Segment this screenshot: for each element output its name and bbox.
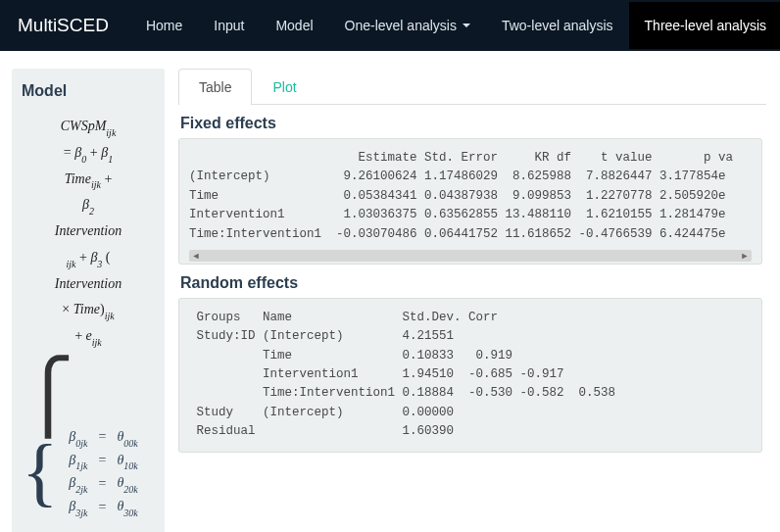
- caret-down-icon: [463, 24, 470, 27]
- model-sidebar: Model CWSpMijk = β0 + β1 Timeijk + β2 In…: [12, 69, 165, 532]
- result-tabs: Table Plot: [178, 69, 766, 105]
- main-panel: Table Plot Fixed effects Estimate Std. E…: [178, 69, 766, 532]
- nav-two-level[interactable]: Two-level analysis: [486, 2, 629, 49]
- tab-plot[interactable]: Plot: [252, 69, 317, 105]
- tab-table[interactable]: Table: [178, 69, 252, 105]
- nav-list: Home Input Model One-level analysis Two-…: [130, 2, 780, 49]
- nav-two-level-label: Two-level analysis: [502, 18, 613, 33]
- nav-input-label: Input: [214, 18, 244, 33]
- navbar: MultiSCED Home Input Model One-level ana…: [0, 0, 780, 51]
- content: Model CWSpMijk = β0 + β1 Timeijk + β2 In…: [0, 51, 780, 532]
- horizontal-scrollbar[interactable]: ◄ ►: [189, 250, 752, 262]
- nav-one-level[interactable]: One-level analysis: [329, 2, 486, 49]
- model-equation: CWSpMijk = β0 + β1 Timeijk + β2 Interven…: [22, 114, 155, 350]
- fixed-effects-text: Estimate Std. Error KR df t value p va (…: [189, 149, 752, 244]
- nav-home[interactable]: Home: [130, 2, 198, 49]
- nav-one-level-label: One-level analysis: [345, 18, 457, 33]
- scroll-right-icon[interactable]: ►: [738, 250, 752, 262]
- nav-three-level-label: Three-level analysis: [645, 18, 767, 33]
- random-effects-output: Groups Name Std.Dev. Corr Study:ID (Inte…: [178, 298, 762, 453]
- nav-model[interactable]: Model: [260, 2, 328, 49]
- scroll-left-icon[interactable]: ◄: [189, 250, 203, 262]
- sidebar-heading: Model: [22, 82, 155, 100]
- nav-home-label: Home: [146, 18, 182, 33]
- fixed-effects-output: Estimate Std. Error KR df t value p va (…: [178, 138, 762, 265]
- random-effects-text: Groups Name Std.Dev. Corr Study:ID (Inte…: [189, 309, 752, 442]
- fixed-effects-heading: Fixed effects: [180, 115, 766, 132]
- app-brand[interactable]: MultiSCED: [18, 15, 109, 36]
- left-brace-icon: ⎧: [22, 362, 74, 432]
- beta-equations: ⎧: [22, 362, 155, 432]
- nav-three-level[interactable]: Three-level analysis: [629, 2, 780, 49]
- random-effects-heading: Random effects: [180, 274, 766, 292]
- nav-model-label: Model: [275, 18, 313, 33]
- nav-input[interactable]: Input: [198, 2, 260, 49]
